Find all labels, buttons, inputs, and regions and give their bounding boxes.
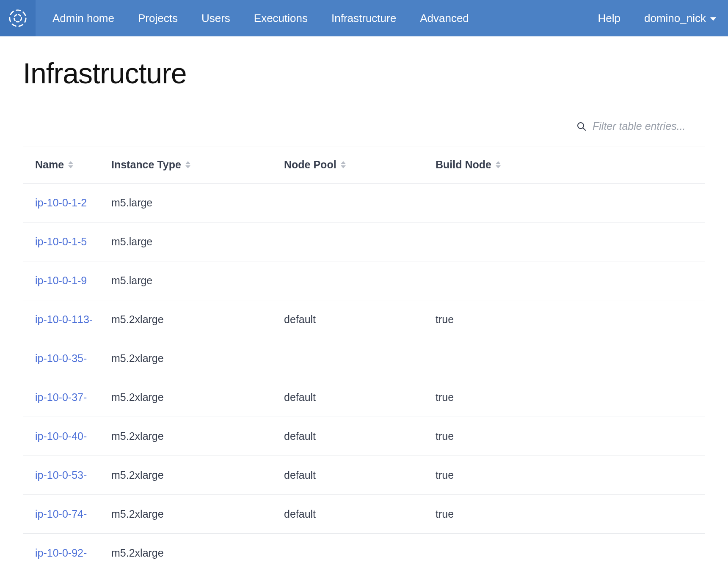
filter-input[interactable] — [593, 120, 703, 132]
sort-icon — [68, 161, 73, 168]
table-row: ip-10-0-1-2 m5.large — [23, 184, 705, 222]
cell-build-node: true — [436, 508, 693, 520]
node-name-link[interactable]: ip-10-0-40- — [35, 430, 87, 442]
table-row: ip-10-0-1-5 m5.large — [23, 222, 705, 261]
column-header-name[interactable]: Name — [35, 159, 111, 171]
sort-icon — [185, 161, 190, 168]
nav-help[interactable]: Help — [598, 12, 620, 25]
nav-right-group: Help domino_nick — [598, 12, 716, 25]
table-row: ip-10-0-92- m5.2xlarge — [23, 534, 705, 571]
column-header-label: Instance Type — [111, 159, 181, 171]
cell-node-pool: default — [284, 391, 436, 404]
cell-instance-type: m5.2xlarge — [111, 352, 284, 365]
column-header-node-pool[interactable]: Node Pool — [284, 159, 436, 171]
table-row: ip-10-0-74- m5.2xlarge default true — [23, 495, 705, 534]
table-row: ip-10-0-113- m5.2xlarge default true — [23, 300, 705, 339]
cell-build-node: true — [436, 430, 693, 442]
cell-instance-type: m5.2xlarge — [111, 508, 284, 520]
cell-instance-type: m5.large — [111, 197, 284, 209]
svg-point-1 — [14, 14, 21, 22]
column-header-instance-type[interactable]: Instance Type — [111, 159, 284, 171]
page-title: Infrastructure — [23, 57, 705, 90]
cell-instance-type: m5.2xlarge — [111, 469, 284, 481]
filter-row — [23, 120, 705, 132]
node-name-link[interactable]: ip-10-0-1-9 — [35, 275, 87, 286]
svg-line-3 — [583, 128, 585, 130]
column-header-label: Build Node — [436, 159, 491, 171]
nav-users[interactable]: Users — [201, 12, 230, 25]
cell-instance-type: m5.2xlarge — [111, 313, 284, 326]
cell-instance-type: m5.large — [111, 275, 284, 287]
node-name-link[interactable]: ip-10-0-1-2 — [35, 197, 87, 209]
cell-build-node: true — [436, 391, 693, 404]
cell-build-node: true — [436, 313, 693, 326]
column-header-build-node[interactable]: Build Node — [436, 159, 693, 171]
nav-infrastructure[interactable]: Infrastructure — [331, 12, 396, 25]
cell-node-pool: default — [284, 508, 436, 520]
node-name-link[interactable]: ip-10-0-74- — [35, 508, 87, 520]
nav-advanced[interactable]: Advanced — [420, 12, 469, 25]
cell-node-pool: default — [284, 313, 436, 326]
cell-instance-type: m5.2xlarge — [111, 391, 284, 404]
cell-instance-type: m5.2xlarge — [111, 547, 284, 559]
table-row: ip-10-0-35- m5.2xlarge — [23, 339, 705, 378]
node-name-link[interactable]: ip-10-0-37- — [35, 391, 87, 403]
table-row: ip-10-0-1-9 m5.large — [23, 261, 705, 300]
table-row: ip-10-0-40- m5.2xlarge default true — [23, 417, 705, 456]
cell-build-node: true — [436, 469, 693, 481]
cell-node-pool: default — [284, 430, 436, 442]
nav-projects[interactable]: Projects — [138, 12, 178, 25]
nav-admin-home[interactable]: Admin home — [52, 12, 114, 25]
column-header-label: Name — [35, 159, 64, 171]
node-name-link[interactable]: ip-10-0-53- — [35, 469, 87, 481]
node-name-link[interactable]: ip-10-0-1-5 — [35, 236, 87, 247]
search-icon — [576, 121, 587, 132]
cell-node-pool: default — [284, 469, 436, 481]
table-row: ip-10-0-53- m5.2xlarge default true — [23, 456, 705, 495]
table-header-row: Name Instance Type Node Pool Build Node — [23, 146, 705, 184]
table-row: ip-10-0-37- m5.2xlarge default true — [23, 378, 705, 417]
cell-instance-type: m5.2xlarge — [111, 430, 284, 442]
column-header-label: Node Pool — [284, 159, 336, 171]
top-navbar: Admin home Projects Users Executions Inf… — [0, 0, 728, 36]
node-name-link[interactable]: ip-10-0-35- — [35, 352, 87, 364]
infrastructure-table: Name Instance Type Node Pool Build Node … — [23, 146, 705, 571]
sort-icon — [341, 161, 346, 168]
cell-instance-type: m5.large — [111, 236, 284, 248]
nav-left-group: Admin home Projects Users Executions Inf… — [52, 12, 469, 25]
brand-logo[interactable] — [0, 0, 36, 36]
nav-executions[interactable]: Executions — [254, 12, 308, 25]
page-body: Infrastructure Name Instance Type Node P… — [0, 36, 728, 571]
aperture-icon — [8, 8, 28, 28]
user-menu[interactable]: domino_nick — [644, 12, 716, 25]
node-name-link[interactable]: ip-10-0-113- — [35, 313, 93, 325]
svg-point-0 — [10, 10, 26, 26]
user-menu-label: domino_nick — [644, 12, 706, 25]
chevron-down-icon — [710, 17, 716, 21]
sort-icon — [496, 161, 501, 168]
node-name-link[interactable]: ip-10-0-92- — [35, 547, 87, 559]
